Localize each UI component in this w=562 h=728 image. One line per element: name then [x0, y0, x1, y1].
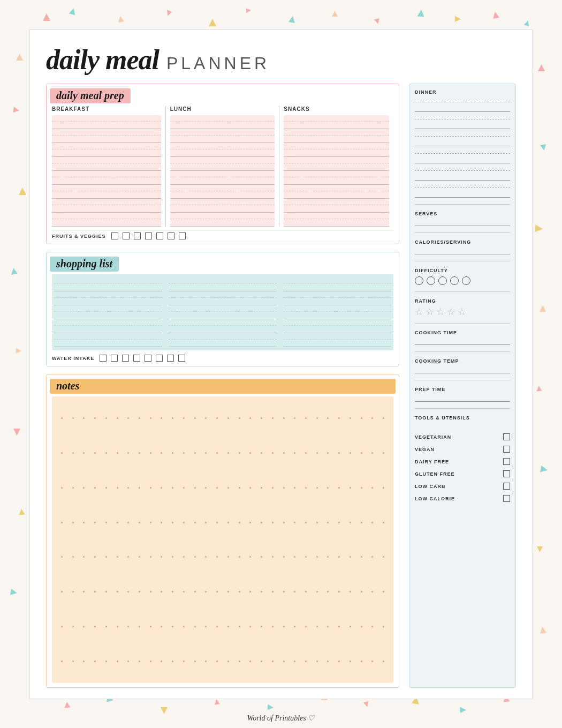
dot: [183, 626, 185, 627]
cooking-time-label: COOKING TIME: [415, 330, 510, 335]
fruits-checkbox-3[interactable]: [134, 232, 141, 239]
dot: [383, 556, 384, 558]
dot: [327, 452, 329, 454]
water-checkbox-8[interactable]: [178, 355, 185, 362]
low-carb-checkbox[interactable]: [503, 483, 510, 490]
dot: [383, 661, 384, 662]
water-checkbox-5[interactable]: [145, 355, 151, 362]
dot: [261, 626, 262, 627]
line: [170, 171, 275, 177]
dot: [327, 591, 329, 592]
dot: [150, 556, 151, 558]
svg-marker-35: [540, 305, 546, 312]
fruits-checkbox-4[interactable]: [145, 232, 152, 239]
star-3[interactable]: ☆: [436, 307, 445, 317]
star-2[interactable]: ☆: [426, 307, 434, 317]
shopping-col-2: [169, 277, 277, 347]
line: [283, 291, 391, 298]
dot: [61, 417, 63, 419]
line: [170, 129, 275, 136]
dot: [227, 452, 229, 454]
cooking-time-field: COOKING TIME: [415, 330, 510, 345]
dot: [361, 417, 362, 419]
line: [283, 340, 391, 347]
dot: [172, 556, 173, 558]
dairy-free-checkbox[interactable]: [503, 458, 510, 465]
dot: [338, 661, 340, 662]
dot: [261, 452, 262, 454]
dot: [139, 556, 140, 558]
line: [284, 143, 389, 149]
line: [169, 312, 277, 319]
line: [52, 219, 161, 227]
star-1[interactable]: ☆: [415, 307, 423, 317]
fruits-checkbox-2[interactable]: [123, 232, 130, 239]
difficulty-circle-5[interactable]: [462, 276, 470, 285]
line: [169, 277, 277, 284]
dot: [371, 591, 373, 592]
main-layout: daily meal prep BREAKFAST: [46, 84, 516, 688]
dot: [316, 487, 318, 489]
dot: [239, 556, 240, 558]
svg-marker-10: [455, 16, 461, 22]
water-checkbox-7[interactable]: [167, 355, 174, 362]
line: [284, 157, 389, 163]
dot: [305, 556, 307, 558]
line: [170, 163, 275, 171]
dot: [194, 556, 196, 558]
line: [283, 333, 391, 340]
dot: [94, 591, 96, 592]
dot: [338, 452, 340, 454]
line: [52, 191, 161, 199]
low-calorie-checkbox[interactable]: [503, 495, 510, 502]
dot: [172, 417, 173, 419]
water-checkbox-4[interactable]: [133, 355, 140, 362]
star-4[interactable]: ☆: [447, 307, 455, 317]
dot: [305, 417, 307, 419]
svg-marker-33: [540, 144, 547, 151]
vegan-checkbox[interactable]: [503, 446, 510, 453]
dot: [127, 487, 129, 489]
difficulty-circle-4[interactable]: [450, 276, 459, 285]
dot: [305, 487, 307, 489]
dot: [61, 556, 63, 558]
water-checkbox-6[interactable]: [156, 355, 163, 362]
svg-marker-34: [535, 224, 543, 232]
water-checkbox-2[interactable]: [111, 355, 118, 362]
gluten-free-checkbox[interactable]: [503, 470, 510, 477]
dot: [371, 417, 373, 419]
line: [283, 326, 391, 333]
water-checkbox-3[interactable]: [122, 355, 129, 362]
difficulty-circle-1[interactable]: [415, 276, 423, 285]
fruits-checkbox-5[interactable]: [156, 232, 163, 239]
dot: [161, 487, 162, 489]
fruits-checkboxes: [111, 232, 393, 239]
dot: [72, 522, 74, 523]
page-wrapper: daily meal PLANNER daily meal prep BREAK…: [29, 29, 533, 699]
shopping-col-3: [283, 277, 391, 347]
difficulty-circle-3[interactable]: [438, 276, 447, 285]
line: [170, 219, 275, 227]
snacks-lines: [284, 115, 389, 227]
fruits-checkbox-6[interactable]: [168, 232, 174, 239]
fruits-checkbox-1[interactable]: [111, 232, 118, 239]
difficulty-circle-2[interactable]: [427, 276, 435, 285]
line: [283, 277, 391, 284]
vegetarian-checkbox[interactable]: [503, 433, 510, 440]
dot: [338, 487, 340, 489]
dot: [283, 417, 285, 419]
dot: [61, 661, 63, 662]
water-checkbox-1[interactable]: [100, 355, 107, 362]
star-5[interactable]: ☆: [458, 307, 466, 317]
fruits-checkbox-7[interactable]: [179, 232, 186, 239]
dot: [61, 522, 63, 523]
dot: [127, 556, 129, 558]
dot: [205, 452, 207, 454]
water-label: WATER INTAKE: [52, 356, 94, 361]
dot: [350, 417, 351, 419]
dot: [194, 522, 196, 523]
line: [283, 312, 391, 319]
line: [52, 149, 161, 157]
dot: [117, 661, 118, 662]
line: [284, 191, 389, 199]
